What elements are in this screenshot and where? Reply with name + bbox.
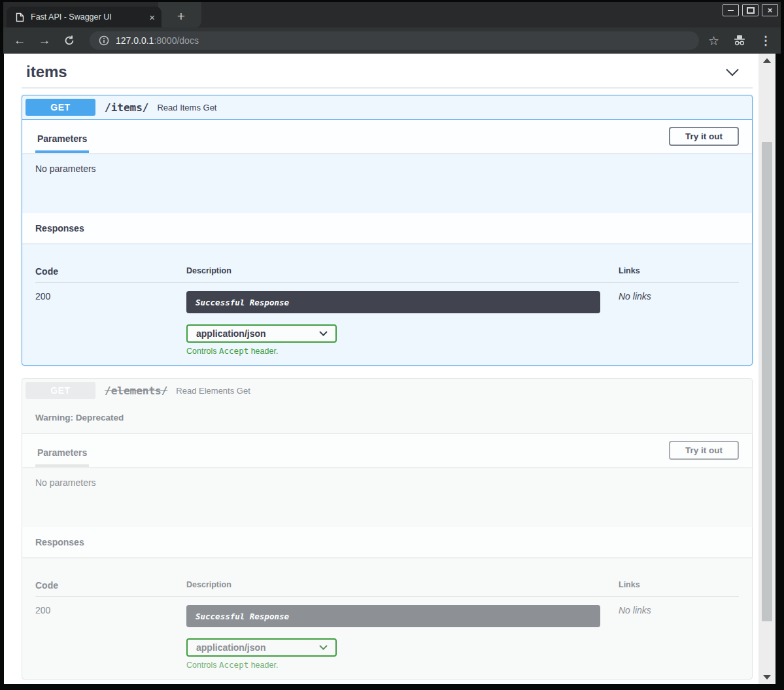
try-it-out-button[interactable]: Try it out [669,441,739,460]
responses-title: Responses [35,223,84,233]
reload-button[interactable] [62,35,77,46]
column-code: Code [35,266,186,277]
endpoint-summary: Read Elements Get [176,386,250,396]
response-row: 200 Successful Response application/json… [35,283,739,356]
back-button[interactable]: ← [12,33,27,48]
media-type-select[interactable]: application/json [186,324,337,343]
scrollbar-thumb[interactable] [762,142,772,621]
response-description-cell: Successful Response application/json Con… [186,291,619,356]
response-row: 200 Successful Response application/json… [35,596,739,670]
page-content: items GET /items/ Read Items Get Paramet… [4,54,775,684]
endpoint-path: /items/ [105,101,148,114]
media-type-value: application/json [196,642,266,653]
url-host: 127.0.0.1 [116,35,154,46]
response-links: No links [619,291,740,356]
tag-section-header[interactable]: items [22,54,753,88]
browser-toolbar: ← → 127.0.0.1:8000/docs ☆ ⋮ [3,27,781,54]
responses-header: Responses [22,213,752,243]
url-path: :8000/docs [154,35,199,46]
url-bar[interactable]: 127.0.0.1:8000/docs [90,31,699,50]
column-description: Description [186,580,619,591]
parameters-tab[interactable]: Parameters [35,133,89,153]
note-suffix: header. [248,347,278,356]
responses-title: Responses [35,537,84,547]
accept-header-note: Controls Accept header. [186,346,619,356]
swagger-ui: items GET /items/ Read Items Get Paramet… [4,54,758,684]
column-links: Links [619,580,740,591]
url-text: 127.0.0.1:8000/docs [116,35,199,46]
collapse-chevron-icon[interactable] [725,68,740,77]
opblock-get-elements-deprecated: GET /elements/ Read Elements Get Warning… [22,378,753,680]
response-description-banner: Successful Response [186,605,600,627]
scrollbar-up-arrow-icon[interactable] [763,58,771,63]
tab-title: Fast API - Swagger UI [31,12,144,22]
close-icon: × [768,6,773,14]
note-code: Accept [219,346,248,356]
response-code: 200 [35,605,186,670]
opblock-get-items: GET /items/ Read Items Get Parameters Tr… [22,95,753,366]
no-parameters-text: No parameters [22,467,752,527]
response-description-banner: Successful Response [186,291,600,313]
no-parameters-text: No parameters [22,153,752,213]
browser-tab[interactable]: Fast API - Swagger UI × [7,7,162,27]
note-code: Accept [219,660,248,670]
parameters-tab[interactable]: Parameters [35,447,89,467]
browser-menu-icon[interactable]: ⋮ [760,33,772,48]
media-type-value: application/json [196,328,266,339]
note-suffix: header. [248,661,278,670]
responses-table: Code Description Links 200 Successful Re… [22,243,752,365]
note-prefix: Controls [186,661,219,670]
try-it-out-button[interactable]: Try it out [669,127,739,146]
endpoint-path: /elements/ [105,385,167,397]
parameters-header: Parameters Try it out [22,120,752,153]
deprecated-warning: Warning: Deprecated [22,402,752,434]
column-code: Code [35,580,186,591]
opblock-summary[interactable]: GET /elements/ Read Elements Get [22,379,752,402]
column-description: Description [186,266,619,277]
tag-title: items [26,63,67,81]
tab-close-icon[interactable]: × [149,12,155,22]
response-description-cell: Successful Response application/json Con… [186,605,619,670]
responses-header: Responses [22,527,752,557]
responses-table-head: Code Description Links [35,580,739,596]
site-info-icon[interactable] [99,35,109,46]
scrollbar-down-arrow-icon[interactable] [763,675,771,680]
select-chevron-icon [319,331,328,336]
page-favicon-icon [16,12,24,22]
column-links: Links [619,266,740,277]
responses-table: Code Description Links 200 Successful Re… [22,557,752,679]
window-minimize-button[interactable] [723,4,739,16]
method-badge: GET [26,382,95,399]
parameters-header: Parameters Try it out [22,434,752,467]
forward-button[interactable]: → [37,33,52,48]
bookmark-star-icon[interactable]: ☆ [708,33,719,48]
browser-titlebar: Fast API - Swagger UI × + × [3,2,781,27]
endpoint-summary: Read Items Get [157,103,216,112]
accept-header-note: Controls Accept header. [186,660,619,670]
incognito-icon [732,35,747,46]
media-type-select[interactable]: application/json [186,638,337,657]
response-code: 200 [35,291,186,356]
method-badge: GET [26,99,95,116]
maximize-icon [747,7,755,14]
window-close-button[interactable]: × [762,4,778,16]
window-controls: × [723,4,778,16]
window-maximize-button[interactable] [742,4,758,16]
opblock-summary[interactable]: GET /items/ Read Items Get [22,95,752,120]
page-scrollbar[interactable] [758,54,775,684]
select-chevron-icon [319,645,328,650]
response-links: No links [619,605,740,670]
note-prefix: Controls [186,347,219,356]
minimize-icon [728,10,734,11]
responses-table-head: Code Description Links [35,266,739,283]
new-tab-button[interactable]: + [172,7,190,26]
